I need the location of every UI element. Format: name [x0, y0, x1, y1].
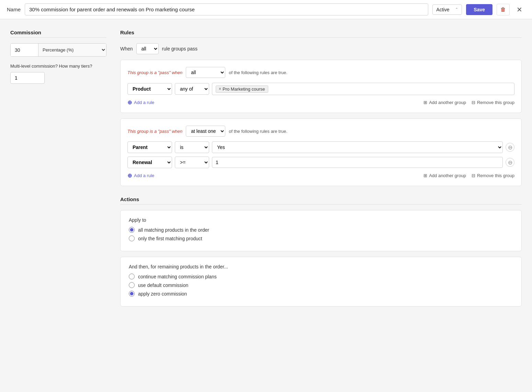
rule-name-input[interactable] — [25, 3, 428, 15]
group1-pass-row: This group is a "pass" when all any at l… — [127, 67, 514, 78]
tag-value: Pro Marketing course — [223, 87, 265, 92]
apply-first-row: only the first matching product — [129, 235, 513, 241]
group2-actions: ⊞ Add another group ⊟ Remove this group — [423, 173, 514, 178]
remaining-title: And then, for remaining products in the … — [129, 264, 513, 269]
trash-icon: 🗑 — [500, 7, 506, 13]
rules-title: Rules — [120, 30, 522, 38]
rule1-g2-value-select[interactable]: Yes No — [212, 141, 503, 153]
tiers-input[interactable] — [10, 72, 45, 84]
rule-groups-pass-text: rule groups pass — [162, 46, 198, 51]
status-chevron-icon: ⌃ — [455, 7, 458, 12]
rule-group-2: This group is a "pass" when all any at l… — [120, 118, 522, 186]
apply-all-row: all matching products in the order — [129, 227, 513, 233]
tag: × Pro Marketing course — [216, 85, 268, 93]
save-button[interactable]: Save — [466, 4, 493, 15]
group2-footer: ⊕ Add a rule ⊞ Add another group ⊟ Remov… — [127, 172, 514, 179]
group2-add-rule-button[interactable]: ⊕ Add a rule — [127, 172, 154, 179]
when-label: When — [120, 46, 133, 51]
actions-title: Actions — [120, 196, 522, 205]
rule-group-1: This group is a "pass" when all any at l… — [120, 60, 522, 113]
rule-row: Product Parent Renewal Order Total any o… — [127, 157, 514, 168]
commission-title: Commission — [10, 30, 106, 38]
group1-pass-label: This group is a "pass" when — [127, 70, 182, 75]
rule2-g2-operator-select[interactable]: any of is is not >= <= — [175, 157, 209, 168]
continue-radio[interactable] — [129, 274, 135, 279]
remove-group-icon: ⊟ — [472, 100, 475, 105]
rule-row: Product Parent Renewal Order Total any o… — [127, 141, 514, 153]
tag-remove-icon[interactable]: × — [219, 87, 221, 91]
group2-add-another-group-button[interactable]: ⊞ Add another group — [423, 173, 466, 178]
apply-to-title: Apply to — [129, 217, 513, 223]
remove-group-icon: ⊟ — [472, 173, 475, 178]
rule1-g2-remove-button[interactable]: ⊖ — [506, 143, 514, 152]
header: Name Active Inactive ⌃ Save 🗑 ✕ — [0, 0, 532, 19]
close-button[interactable]: ✕ — [514, 4, 525, 15]
default-label[interactable]: use default commission — [138, 283, 188, 288]
add-circle-icon: ⊕ — [127, 172, 132, 179]
group1-pass-suffix: of the following rules are true. — [229, 70, 287, 75]
when-row: When all any rule groups pass — [120, 43, 522, 54]
group2-pass-label: This group is a "pass" when — [127, 129, 182, 134]
rule1-g2-field-select[interactable]: Product Parent Renewal Order Total — [127, 141, 172, 153]
apply-all-radio[interactable] — [129, 227, 135, 233]
rule2-g2-field-select[interactable]: Product Parent Renewal Order Total — [127, 157, 172, 168]
group1-footer: ⊕ Add a rule ⊞ Add another group ⊟ Remov… — [127, 99, 514, 106]
when-select[interactable]: all any — [136, 43, 159, 54]
status-select[interactable]: Active Inactive — [436, 7, 453, 12]
main-content: Commission Percentage (%) Fixed ($) Mult… — [0, 19, 532, 322]
rule1-g2-operator-select[interactable]: any of is is not >= <= — [175, 141, 209, 153]
rule2-g2-remove-button[interactable]: ⊖ — [506, 158, 514, 167]
default-row: use default commission — [129, 282, 513, 288]
continue-row: continue matching commission plans — [129, 274, 513, 279]
apply-all-label[interactable]: all matching products in the order — [138, 227, 209, 233]
remaining-group: And then, for remaining products in the … — [120, 257, 522, 307]
actions-section: Actions Apply to all matching products i… — [120, 196, 522, 307]
apply-first-label[interactable]: only the first matching product — [138, 236, 202, 241]
apply-to-group: Apply to all matching products in the or… — [120, 210, 522, 251]
remove-rule-icon: ⊖ — [508, 144, 512, 151]
commission-input-row: Percentage (%) Fixed ($) — [10, 43, 106, 57]
name-label: Name — [7, 7, 21, 12]
zero-label[interactable]: apply zero commission — [138, 291, 187, 297]
zero-row: apply zero commission — [129, 291, 513, 297]
default-radio[interactable] — [129, 282, 135, 288]
add-circle-icon: ⊕ — [127, 99, 132, 106]
status-selector[interactable]: Active Inactive ⌃ — [432, 4, 462, 15]
rule1-g1-value-container: × Pro Marketing course — [212, 83, 514, 95]
commission-value-input[interactable] — [11, 44, 38, 56]
add-group-icon: ⊞ — [423, 100, 427, 105]
commission-type-select[interactable]: Percentage (%) Fixed ($) — [38, 44, 106, 56]
group2-pass-row: This group is a "pass" when all any at l… — [127, 126, 514, 137]
rules-section: Rules When all any rule groups pass This… — [120, 30, 522, 186]
rule2-g2-value-input[interactable] — [212, 157, 503, 168]
commission-panel: Commission Percentage (%) Fixed ($) Mult… — [10, 30, 106, 312]
rule-row: Product Parent Renewal Order Total any o… — [127, 83, 514, 95]
group1-remove-group-button[interactable]: ⊟ Remove this group — [472, 100, 514, 105]
multi-level-label: Multi-level commission? How many tiers? — [10, 64, 106, 69]
group1-pass-select[interactable]: all any at least one none — [186, 67, 225, 78]
group1-actions: ⊞ Add another group ⊟ Remove this group — [423, 100, 514, 105]
rule1-g1-operator-select[interactable]: any of is is not >= <= — [175, 83, 209, 95]
remove-rule-icon: ⊖ — [508, 159, 512, 166]
delete-button[interactable]: 🗑 — [497, 4, 510, 15]
group1-add-rule-button[interactable]: ⊕ Add a rule — [127, 99, 154, 106]
rule1-g1-field-select[interactable]: Product Parent Renewal Order Total — [127, 83, 172, 95]
apply-first-radio[interactable] — [129, 235, 135, 241]
group2-remove-group-button[interactable]: ⊟ Remove this group — [472, 173, 514, 178]
group2-pass-suffix: of the following rules are true. — [229, 129, 287, 134]
zero-radio[interactable] — [129, 291, 135, 297]
continue-label[interactable]: continue matching commission plans — [138, 274, 217, 279]
add-group-icon: ⊞ — [423, 173, 427, 178]
close-icon: ✕ — [517, 6, 522, 13]
right-panel: Rules When all any rule groups pass This… — [120, 30, 522, 312]
group2-pass-select[interactable]: all any at least one none — [186, 126, 225, 137]
group1-add-another-group-button[interactable]: ⊞ Add another group — [423, 100, 466, 105]
